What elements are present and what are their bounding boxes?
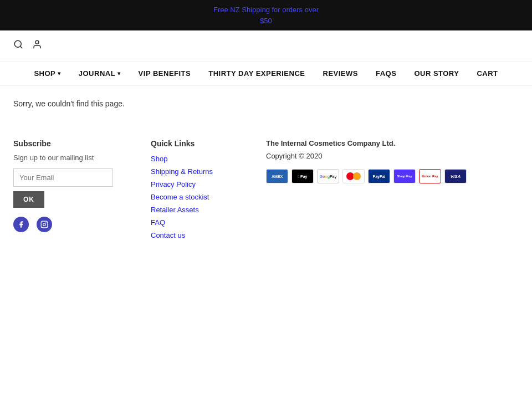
payment-mastercard	[342, 169, 365, 183]
payment-visa: VISA	[444, 169, 467, 183]
copyright: Copyright © 2020	[266, 152, 467, 160]
nav-thirty-day[interactable]: THIRTY DAY EXPERIENCE	[208, 69, 305, 78]
nav-cart[interactable]: CART	[477, 69, 498, 78]
nav-shop[interactable]: SHOP ▾	[34, 69, 60, 78]
payment-googlepay: Goog Pay	[317, 169, 339, 183]
footer: Subscribe Sign up to our mailing list OK…	[0, 126, 532, 270]
subscribe-title: Subscribe	[13, 139, 124, 148]
company-name: The Internal Cosmetics Company Ltd.	[266, 139, 467, 147]
header	[0, 30, 532, 62]
quick-link-stockist[interactable]: Become a stockist	[151, 193, 239, 201]
header-icons	[13, 39, 42, 52]
chevron-down-icon: ▾	[117, 70, 121, 76]
quick-link-retailer[interactable]: Retailer Assets	[151, 206, 239, 214]
social-icons	[13, 217, 124, 232]
banner-line1: Free NZ Shipping for orders over	[213, 6, 319, 14]
quick-link-shipping[interactable]: Shipping & Returns	[151, 167, 239, 176]
subscribe-section: Subscribe Sign up to our mailing list OK	[13, 139, 124, 232]
top-banner: Free NZ Shipping for orders over $50	[0, 0, 532, 30]
quick-links-section: Quick Links Shop Shipping & Returns Priv…	[151, 139, 239, 244]
search-icon[interactable]	[13, 39, 23, 52]
quick-link-contact[interactable]: Contact us	[151, 231, 239, 239]
chevron-down-icon: ▾	[58, 70, 61, 76]
svg-rect-3	[41, 221, 48, 228]
main-content: Sorry, we couldn't find this page.	[0, 86, 532, 108]
ok-button[interactable]: OK	[13, 191, 44, 208]
nav-faqs[interactable]: FAQS	[376, 69, 396, 78]
quick-link-privacy[interactable]: Privacy Policy	[151, 180, 239, 188]
not-found-message: Sorry, we couldn't find this page.	[13, 99, 519, 108]
quick-link-faq[interactable]: FAQ	[151, 218, 239, 227]
svg-point-2	[35, 40, 39, 44]
svg-line-1	[20, 46, 22, 48]
quick-links-title: Quick Links	[151, 139, 239, 148]
subscribe-description: Sign up to our mailing list	[13, 154, 124, 162]
payment-shopify-pay: Shop Pay	[393, 169, 416, 183]
nav-vip-benefits[interactable]: VIP BENEFITS	[139, 69, 191, 78]
company-section: The Internal Cosmetics Company Ltd. Copy…	[266, 139, 467, 183]
nav-reviews[interactable]: REVIEWS	[323, 69, 358, 78]
payment-icons: AMEX  Pay Goog Pay PayPal Shop Pay Unio…	[266, 169, 467, 183]
main-nav: SHOP ▾ JOURNAL ▾ VIP BENEFITS THIRTY DAY…	[0, 62, 532, 86]
quick-link-shop[interactable]: Shop	[151, 155, 239, 163]
payment-amex: AMEX	[266, 169, 288, 183]
payment-applepay:  Pay	[291, 169, 314, 183]
email-field[interactable]	[13, 168, 113, 187]
instagram-icon[interactable]	[37, 217, 52, 232]
payment-paypal: PayPal	[368, 169, 390, 183]
account-icon[interactable]	[32, 39, 42, 52]
payment-unionpay: Union Pay	[419, 169, 441, 183]
nav-our-story[interactable]: OUR STORY	[414, 69, 459, 78]
facebook-icon[interactable]	[13, 217, 29, 232]
nav-journal[interactable]: JOURNAL ▾	[79, 69, 121, 78]
banner-line2: $50	[260, 17, 272, 25]
